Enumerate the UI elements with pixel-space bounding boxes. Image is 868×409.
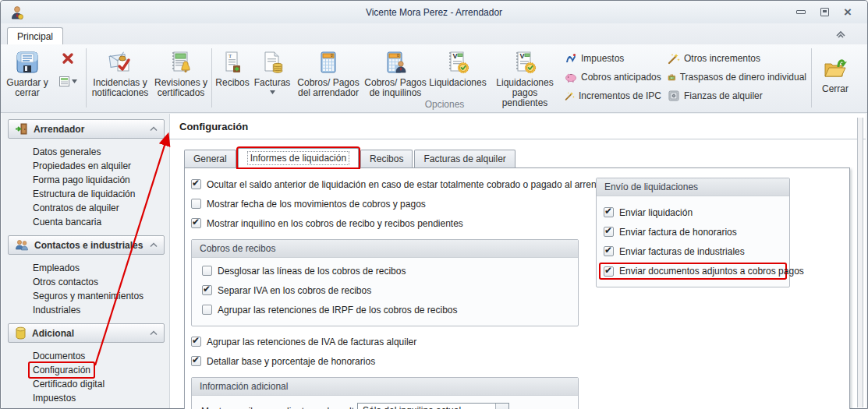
checkbox-separar-iva[interactable]: Separar IVA en los cobros de recibos [202,284,578,297]
list-icon [58,76,70,87]
checkbox-desglosar-lineas[interactable]: Desglosar las líneas de los cobros de re… [202,264,578,277]
checkbox-agrupar-irpf[interactable]: Agrupar las retenciones de IRPF de los c… [202,303,578,316]
tab-content: Ocultar el saldo anterior de liquidación… [184,167,850,409]
tab-bar: General Informes de liquidación Recibos … [184,150,866,167]
small-button-label: Fianzas de alquiler [684,90,763,101]
sidebar-section-contactos[interactable]: Contactos e industriales [8,235,165,255]
checkbox[interactable] [604,266,614,277]
otros-incrementos-button[interactable]: Otros incrementos [664,51,810,65]
incrementos-ipc-button[interactable]: Incrementos de IPC [562,89,664,103]
fianzas-alquiler-button[interactable]: Fianzas de alquiler [664,89,810,103]
small-button-label: Cobros anticipados [581,72,661,83]
sidebar-item-forma-pago[interactable]: Forma pago liquidación [33,173,166,187]
close-window-button[interactable]: × [836,5,859,19]
sidebar-item-impuestos[interactable]: Impuestos [33,391,166,405]
ribbon-group-caption: Opciones [403,99,486,110]
ribbon-button-label: Cobros/ Pagos del arrendador [293,78,363,98]
sidebar-section-adicional[interactable]: Adicional [8,323,165,343]
checkbox[interactable] [191,179,201,189]
checkbox[interactable] [191,337,201,347]
safe-icon [668,90,680,102]
ribbon-tab-label: Principal [17,31,53,42]
minimize-button[interactable] [789,5,813,19]
content-panel: Configuración General Informes de liquid… [170,114,866,408]
impuestos-button[interactable]: Impuestos [562,51,664,65]
ribbon-tab-principal[interactable]: Principal [7,27,63,44]
sidebar-item-propiedades[interactable]: Propiedades en alquiler [33,159,166,173]
ribbon-button-label: Guardar y cerrar [3,78,51,98]
sidebar-item-documentos[interactable]: Documentos [33,349,166,363]
recibos-button[interactable]: T Recibos [214,46,251,112]
save-close-button[interactable]: Guardar y cerrar [3,46,51,112]
traspasos-dinero-button[interactable]: Traspasos de dinero individual [664,70,810,84]
tab-facturas-alquiler[interactable]: Facturas de alquiler [414,150,515,167]
chevron-up-icon [150,242,158,248]
sidebar-item-industriales[interactable]: Industriales [33,303,166,317]
group-envio-liquidaciones: Envío de liquidaciones Enviar liquidació… [596,178,790,287]
sidebar-item-otros-contactos[interactable]: Otros contactos [33,275,166,289]
checkbox[interactable] [191,199,201,209]
ribbon-button-label: Cerrar [822,84,849,94]
sidebar-item-datos-generales[interactable]: Datos generales [33,145,166,159]
checkbox-agrupar-iva-facturas[interactable]: Agrupar las retenciones de IVA de factur… [191,335,849,348]
checkbox[interactable] [191,356,201,366]
facturas-button[interactable]: Facturas [251,46,293,112]
chevron-down-icon[interactable] [495,404,508,409]
sidebar-section-arrendador[interactable]: Arrendador [8,119,165,139]
ribbon-button-label: Recibos [215,78,249,88]
sidebar-section-title: Adicional [32,328,74,339]
ribbon-tab-strip: Principal [1,23,867,44]
restore-button[interactable] [813,5,836,19]
person-icon [9,5,25,20]
checkbox[interactable] [202,266,212,276]
piggy-bank-icon [565,71,577,83]
group-title: Cobros de recibos [192,240,578,258]
checkbox-enviar-documentos[interactable]: Enviar documentos adjuntos a cobros pago… [601,264,785,278]
cerrar-button[interactable]: Cerrar [813,46,857,112]
revisiones-button[interactable]: Revisiones y certificados [152,46,210,112]
checkbox-detallar-base[interactable]: Detallar base y porcentaje de honorarios [191,354,849,368]
title-bar[interactable]: Vicente Mora Perez - Arrendador × [1,1,867,23]
money-case-icon [668,71,676,83]
sidebar-item-certificado-digital[interactable]: Certificado digital [33,377,166,391]
checkbox[interactable] [604,207,614,217]
calculator-icon: 0 [315,49,342,76]
svg-text:V: V [520,52,525,60]
sidebar-item-configuracion[interactable]: Configuración [33,363,166,377]
annotation-red-box: Configuración [30,363,94,377]
sidebar-item-cuenta-bancaria[interactable]: Cuenta bancaria [33,215,166,229]
cobros-anticipados-button[interactable]: Cobros anticipados [562,70,664,84]
checkbox-enviar-facturas-industriales[interactable]: Enviar facturas de industriales [604,245,789,258]
tab-informes-de-liquidacion[interactable]: Informes de liquidación [238,148,359,167]
incidencias-button[interactable]: Incidencias y notificaciones [88,46,152,112]
list-dropdown-button[interactable] [58,76,77,87]
sidebar-item-empleados[interactable]: Empleados [33,261,166,275]
sidebar-item-seguros[interactable]: Seguros y mantenimientos [33,289,166,303]
combo-recibos-pendientes[interactable]: Sólo del inquilino actual [357,403,509,409]
ribbon-button-label: Incidencias y notificaciones [88,78,152,98]
checkbox-enviar-liquidacion[interactable]: Enviar liquidación [604,206,789,219]
sidebar-item-contratos[interactable]: Contratos de alquiler [33,201,166,215]
checkbox[interactable] [191,218,201,228]
checkbox-enviar-factura-honorarios[interactable]: Enviar factura de honorarios [604,225,789,238]
sidebar-item-estructura[interactable]: Estructura de liquidación [33,187,166,201]
chevron-up-icon [150,330,158,336]
mail-check-icon [107,49,133,76]
group-cobros-de-recibos: Cobros de recibos Desglosar las líneas d… [191,239,579,326]
receipt-icon: T [219,49,246,76]
cobros-pagos-arrendador-button[interactable]: 0 Cobros/ Pagos del arrendador [293,46,363,112]
group-title: Envío de liquidaciones [597,178,789,196]
tab-general[interactable]: General [184,150,236,167]
checkbox[interactable] [202,305,212,315]
checkbox[interactable] [604,227,614,237]
ribbon-collapse-icon[interactable] [834,29,847,40]
group-title: Información adicional [192,378,578,396]
checkbox[interactable] [202,285,212,295]
liquidaciones-pendientes-button[interactable]: V Liquidaciones pagos pendientes [488,46,562,112]
sidebar-section-title: Contactos e industriales [34,240,143,251]
tab-recibos[interactable]: Recibos [360,150,413,167]
delete-button[interactable] [62,52,74,65]
sidebar: Arrendador Datos generales Propiedades e… [2,114,170,408]
checkbox[interactable] [604,246,614,256]
svg-text:V: V [453,52,458,60]
